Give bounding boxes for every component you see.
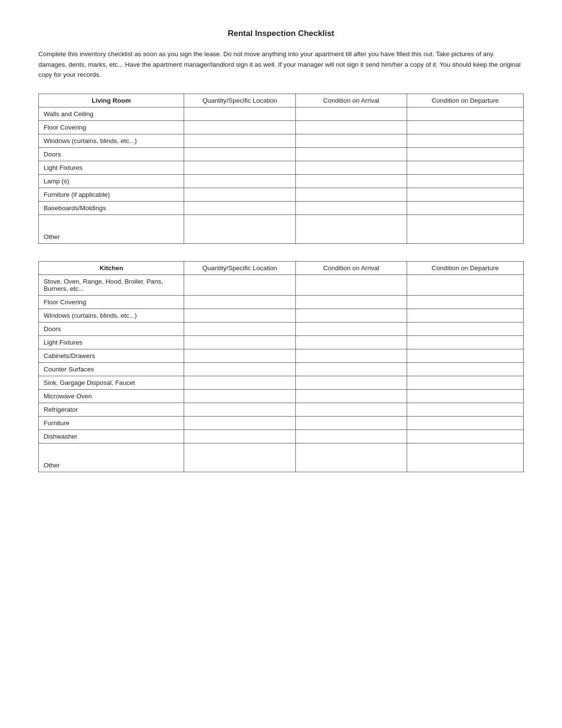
table-row: Light Fixtures: [39, 161, 524, 174]
intro-text: Complete this inventory checklist as soo…: [38, 49, 524, 80]
table-row: Lamp (s): [39, 174, 524, 188]
table-row: Light Fixtures: [39, 335, 524, 349]
page-title: Rental Inspection Checklist: [38, 29, 524, 38]
table-row: Furniture (if applicable): [39, 188, 524, 201]
kitchen-departure-header: Condition on Departure: [407, 261, 524, 274]
table-row: Counter Surfaces: [39, 362, 524, 376]
list-item: Walls and Ceiling: [39, 107, 184, 120]
list-item: Doors: [39, 147, 184, 161]
table-row: Refrigerator: [39, 403, 524, 416]
list-item: Refrigerator: [39, 403, 184, 416]
list-item: Other: [39, 215, 184, 243]
table-row: Floor Covering: [39, 120, 524, 134]
kitchen-table: Kitchen Quantity/Specific Location Condi…: [38, 261, 524, 472]
table-row: Doors: [39, 322, 524, 335]
list-item: Light Fixtures: [39, 335, 184, 349]
list-item: Doors: [39, 322, 184, 335]
list-item: Sink, Gargage Disposal, Faucet: [39, 376, 184, 389]
table-row: Other: [39, 443, 524, 472]
list-item: Dishwasher: [39, 430, 184, 443]
table-row: Furniture: [39, 416, 524, 430]
table-row: Windows (curtains, blinds, etc...): [39, 309, 524, 322]
table-row: Baseboards/Moldings: [39, 201, 524, 215]
list-item: Windows (curtains, blinds, etc...): [39, 134, 184, 147]
list-item: Light Fixtures: [39, 161, 184, 174]
list-item: Stove, Oven, Range, Hood, Broiler, Pans,…: [39, 274, 184, 295]
list-item: Furniture (if applicable): [39, 188, 184, 201]
table-row: Cabinets/Drawers: [39, 349, 524, 362]
table-row: Doors: [39, 147, 524, 161]
living-room-departure-header: Condition on Departure: [407, 94, 524, 107]
list-item: Floor Covering: [39, 120, 184, 134]
table-row: Floor Covering: [39, 295, 524, 309]
table-row: Microwave Oven: [39, 389, 524, 403]
list-item: Windows (curtains, blinds, etc...): [39, 309, 184, 322]
table-row: Walls and Ceiling: [39, 107, 524, 120]
table-row: Dishwasher: [39, 430, 524, 443]
living-room-table: Living Room Quantity/Specific Location C…: [38, 94, 524, 244]
list-item: Other: [39, 443, 184, 472]
list-item: Floor Covering: [39, 295, 184, 309]
living-room-arrival-header: Condition on Arrival: [295, 94, 407, 107]
living-room-qty-header: Quantity/Specific Location: [184, 94, 296, 107]
kitchen-arrival-header: Condition on Arrival: [295, 261, 407, 274]
kitchen-header: Kitchen: [39, 261, 184, 274]
table-row: Other: [39, 215, 524, 243]
living-room-header: Living Room: [39, 94, 184, 107]
list-item: Lamp (s): [39, 174, 184, 188]
table-row: Windows (curtains, blinds, etc...): [39, 134, 524, 147]
list-item: Cabinets/Drawers: [39, 349, 184, 362]
list-item: Baseboards/Moldings: [39, 201, 184, 215]
list-item: Furniture: [39, 416, 184, 430]
table-row: Sink, Gargage Disposal, Faucet: [39, 376, 524, 389]
kitchen-qty-header: Quantity/Specific Location: [184, 261, 296, 274]
list-item: Counter Surfaces: [39, 362, 184, 376]
table-row: Stove, Oven, Range, Hood, Broiler, Pans,…: [39, 274, 524, 295]
list-item: Microwave Oven: [39, 389, 184, 403]
